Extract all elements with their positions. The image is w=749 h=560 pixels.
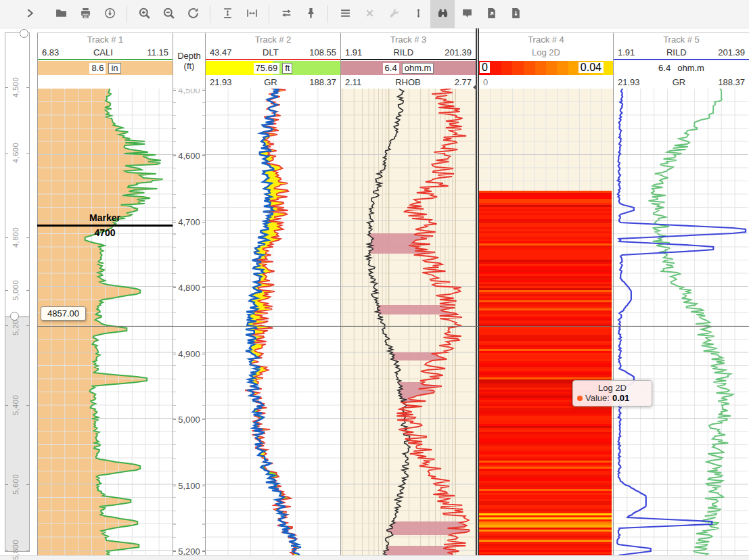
close-icon xyxy=(364,7,376,21)
track-3-header: Track # 3 1.91RILD201.39 6.4ohm.m 2.11RH… xyxy=(340,32,476,89)
curve-name: RILD xyxy=(393,47,413,57)
track-2: Track # 2 43.47DLT108.55 75.69ft 21.93GR… xyxy=(205,28,340,555)
curve-name: CALI xyxy=(93,47,113,57)
navigator-tick xyxy=(26,153,29,154)
welllog-app: 4,5004,6004,8005,0005,2005,4005,6005,800… xyxy=(0,0,749,560)
navigator-depth-label: 4,800 xyxy=(12,227,20,248)
navigator-tick xyxy=(5,484,8,485)
track-3-plot[interactable] xyxy=(340,89,476,555)
navigator-tick xyxy=(26,87,29,88)
curve-max: 2.77 xyxy=(455,77,472,87)
depth-label: 4,900 xyxy=(173,348,205,360)
reset-view-button[interactable] xyxy=(181,0,205,28)
fit-width-button[interactable] xyxy=(240,0,264,28)
tools-button[interactable] xyxy=(382,0,406,28)
toolbar-separator xyxy=(210,5,210,23)
track-2-header: Track # 2 43.47DLT108.55 75.69ft 21.93GR… xyxy=(205,32,340,89)
swap-arrows-icon xyxy=(281,7,292,21)
curve-name: GR xyxy=(673,77,686,87)
track-1-plot[interactable] xyxy=(37,89,173,555)
track-5: Track # 5 1.91RILD201.39 6.4ohm.m 21.93G… xyxy=(613,28,749,555)
depth-navigator: 4,5004,6004,8005,0005,2005,4005,6005,800 xyxy=(0,28,37,555)
colorbar-min: 0 xyxy=(480,62,490,73)
curve-name: Log 2D xyxy=(532,47,560,57)
unit-text: ohm.m xyxy=(677,63,704,73)
fit-height-icon xyxy=(222,7,233,21)
track-title: Track # 3 xyxy=(341,33,476,45)
file-download-icon xyxy=(510,7,522,21)
curve-min: 21.93 xyxy=(618,77,640,87)
navigator-visible-range[interactable] xyxy=(5,33,29,317)
crosshair-line xyxy=(37,326,749,327)
navigator-tick xyxy=(26,484,29,485)
navigator-tick xyxy=(5,237,8,238)
hamburger-icon xyxy=(340,7,351,21)
toolbar-separator xyxy=(327,5,328,23)
depth-label: 4,500 xyxy=(173,89,205,96)
download-circle-icon xyxy=(104,7,116,21)
track-4-plot[interactable] xyxy=(479,89,613,555)
zoom-in-icon xyxy=(138,7,151,22)
navigator-tick xyxy=(5,550,8,551)
navigator-depth-label: 5,800 xyxy=(12,540,20,560)
depth-label: 4,700 xyxy=(173,216,205,228)
navigator-depth-label: 4,600 xyxy=(12,143,20,163)
refresh-icon xyxy=(187,7,200,22)
pin-button[interactable] xyxy=(298,0,323,28)
expand-panel-button[interactable] xyxy=(18,0,42,28)
value-tooltip: Log 2D Value:0.01 xyxy=(572,380,652,406)
save-file-button[interactable] xyxy=(503,0,528,28)
zoom-in-button[interactable] xyxy=(132,0,156,28)
curve-color-underline xyxy=(341,59,476,60)
tooltip-value: 0.01 xyxy=(612,393,629,403)
navigator-tick xyxy=(5,153,8,154)
navigator-tick xyxy=(26,405,29,406)
navigator-depth-label: 5,600 xyxy=(12,474,20,494)
fit-height-button[interactable] xyxy=(215,0,240,28)
speech-bubble-icon xyxy=(461,7,473,21)
splitter-grip-icon[interactable] xyxy=(473,84,477,91)
track-4: Track # 4 Log 2D 00.04 0 xyxy=(479,28,613,555)
track-5-plot[interactable] xyxy=(613,89,749,555)
track-title: Track # 2 xyxy=(206,33,340,45)
log-display: 4,5004,6004,8005,0005,2005,4005,6005,800… xyxy=(0,28,749,555)
curve-max: 188.37 xyxy=(309,77,336,87)
curve-min: 2.11 xyxy=(345,77,361,87)
toolbar-separator xyxy=(269,5,269,23)
curve-name: DLT xyxy=(263,47,279,57)
open-folder-button[interactable] xyxy=(49,0,73,28)
navigator-strip[interactable]: 4,5004,6004,8005,0005,2005,4005,6005,800 xyxy=(5,32,30,552)
track-title: Track # 4 xyxy=(479,33,613,45)
download-button[interactable] xyxy=(97,0,122,28)
curve-min: 43.47 xyxy=(210,47,232,57)
crosshair-depth-label: 4857.00 xyxy=(41,306,86,321)
navigator-depth-label: 5,400 xyxy=(12,395,20,415)
binoculars-icon xyxy=(437,7,449,21)
swap-orientation-button[interactable] xyxy=(274,0,298,28)
unit-chip: ft xyxy=(282,63,292,74)
horizontal-scrollbar[interactable] xyxy=(0,555,749,560)
track-title: Track # 1 xyxy=(38,33,173,45)
zoom-out-button[interactable] xyxy=(156,0,181,28)
close-button[interactable] xyxy=(357,0,382,28)
menu-button[interactable] xyxy=(333,0,357,28)
curve-min: 1.91 xyxy=(345,47,362,57)
navigator-handle-top[interactable] xyxy=(20,29,28,38)
export-file-button[interactable] xyxy=(479,0,503,28)
track-4-header: Track # 4 Log 2D 00.04 0 xyxy=(479,32,613,89)
depth-column: Depth(ft) 4,5004,6004,7004,8004,9005,000… xyxy=(173,28,205,555)
inspect-button[interactable] xyxy=(430,0,455,28)
navigator-depth-label: 5,000 xyxy=(12,280,20,300)
navigator-handle-bottom[interactable] xyxy=(10,312,19,321)
track-2-plot[interactable] xyxy=(205,89,340,555)
navigator-tick xyxy=(26,325,29,326)
navigator-tick xyxy=(5,290,8,291)
print-button[interactable] xyxy=(73,0,97,28)
curve-name: RHOB xyxy=(395,77,421,87)
navigator-depth-label: 4,500 xyxy=(12,77,20,97)
series-dot-icon xyxy=(577,396,583,401)
tooltip-mode-button[interactable] xyxy=(455,0,479,28)
depth-label: 5,200 xyxy=(173,546,205,556)
vertical-scale-button[interactable] xyxy=(406,0,430,28)
pin-icon xyxy=(305,7,317,21)
